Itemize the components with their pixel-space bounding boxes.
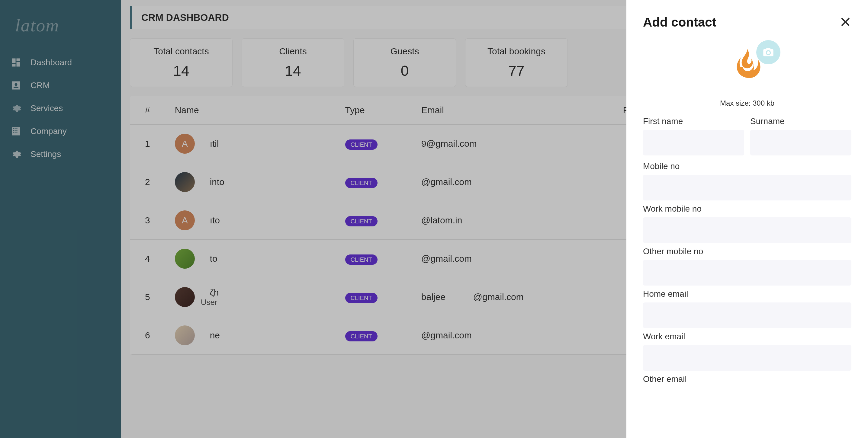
sidebar-item-company[interactable]: Company <box>0 120 121 143</box>
home-email-input[interactable] <box>643 302 851 328</box>
stat-label: Total bookings <box>476 46 557 57</box>
type-badge: CLIENT <box>345 216 377 226</box>
row-name: ζh <box>201 288 219 298</box>
row-email: baljee @gmail.com <box>415 278 617 316</box>
dashboard-icon <box>10 57 22 68</box>
nav-list: Dashboard CRM Services Company <box>0 51 121 166</box>
row-name: to <box>201 254 217 264</box>
row-number: 5 <box>130 278 169 316</box>
type-badge: CLIENT <box>345 255 377 265</box>
avatar: A <box>175 134 195 154</box>
avatar <box>175 172 195 192</box>
name-cell: A ıto <box>175 210 333 230</box>
camera-badge[interactable] <box>756 40 780 64</box>
nav-label: Settings <box>31 149 61 159</box>
type-badge: CLIENT <box>345 293 377 303</box>
mobile-no-label: Mobile no <box>643 162 851 171</box>
col-email[interactable]: Email <box>415 96 617 125</box>
stat-guests: Guests 0 <box>353 38 456 87</box>
sidebar: latom Dashboard CRM Services <box>0 0 121 438</box>
col-type[interactable]: Type <box>339 96 415 125</box>
name-cell: into <box>175 172 333 192</box>
mobile-no-group: Mobile no <box>643 162 851 200</box>
other-mobile-input[interactable] <box>643 260 851 285</box>
other-mobile-label: Other mobile no <box>643 247 851 256</box>
gears-icon <box>10 103 22 114</box>
first-name-group: First name <box>643 116 744 156</box>
stat-label: Guests <box>364 46 445 57</box>
work-email-input[interactable] <box>643 345 851 371</box>
first-name-label: First name <box>643 116 744 126</box>
nav-label: Services <box>31 104 63 113</box>
surname-label: Surname <box>750 116 851 126</box>
name-cell: to <box>175 249 333 269</box>
close-icon[interactable]: ✕ <box>839 15 851 30</box>
camera-icon <box>762 46 774 58</box>
row-name: into <box>201 177 224 187</box>
row-name: ıto <box>201 215 220 226</box>
row-email: 9@gmail.com <box>415 125 617 163</box>
row-number: 1 <box>130 125 169 163</box>
work-email-group: Work email <box>643 332 851 371</box>
stat-clients: Clients 14 <box>242 38 344 87</box>
avatar-upload-section: Max size: 300 kb <box>643 45 851 107</box>
sidebar-item-settings[interactable]: Settings <box>0 143 121 166</box>
col-name[interactable]: Name <box>169 96 339 125</box>
row-name: ne <box>201 330 220 340</box>
max-size-label: Max size: 300 kb <box>643 99 851 107</box>
home-email-group: Home email <box>643 289 851 328</box>
avatar <box>175 287 195 307</box>
row-subtext: User <box>201 298 219 307</box>
col-number[interactable]: # <box>130 96 169 125</box>
avatar <box>175 326 195 345</box>
stat-value: 0 <box>364 63 445 79</box>
name-cell: A ıtil <box>175 134 333 154</box>
surname-group: Surname <box>750 116 851 156</box>
work-mobile-input[interactable] <box>643 217 851 243</box>
account-box-icon <box>10 80 22 91</box>
stat-total-bookings: Total bookings 77 <box>465 38 568 87</box>
other-email-group: Other email <box>643 374 851 384</box>
sidebar-item-dashboard[interactable]: Dashboard <box>0 51 121 74</box>
stat-label: Clients <box>252 46 334 57</box>
name-cell: ne <box>175 326 333 345</box>
name-cell: ζh User <box>175 287 333 307</box>
add-contact-drawer: Add contact ✕ Max size: 300 kb First nam… <box>626 0 868 438</box>
avatar-placeholder[interactable] <box>726 45 768 87</box>
stat-value: 14 <box>252 63 334 79</box>
row-email: @gmail.com <box>415 163 617 201</box>
mobile-no-input[interactable] <box>643 175 851 200</box>
row-number: 6 <box>130 316 169 355</box>
nav-label: Dashboard <box>31 58 72 67</box>
type-badge: CLIENT <box>345 331 377 341</box>
logo: latom <box>0 6 121 51</box>
sidebar-item-services[interactable]: Services <box>0 97 121 120</box>
row-email: @gmail.com <box>415 316 617 355</box>
home-email-label: Home email <box>643 289 851 299</box>
stat-total-contacts: Total contacts 14 <box>130 38 232 87</box>
row-email: @gmail.com <box>415 240 617 278</box>
stat-label: Total contacts <box>141 46 222 57</box>
work-email-label: Work email <box>643 332 851 341</box>
gear-icon <box>10 149 22 160</box>
drawer-header: Add contact ✕ <box>643 15 851 30</box>
type-badge: CLIENT <box>345 178 377 188</box>
avatar <box>175 249 195 269</box>
row-name: ıtil <box>201 139 219 149</box>
business-icon <box>10 126 22 137</box>
work-mobile-group: Work mobile no <box>643 204 851 243</box>
row-email: @latom.in <box>415 201 617 240</box>
logo-text: latom <box>15 15 106 36</box>
first-name-input[interactable] <box>643 130 744 156</box>
type-badge: CLIENT <box>345 139 377 150</box>
other-mobile-group: Other mobile no <box>643 247 851 285</box>
avatar: A <box>175 210 195 230</box>
surname-input[interactable] <box>750 130 851 156</box>
nav-label: CRM <box>31 80 50 90</box>
row-number: 2 <box>130 163 169 201</box>
other-email-label: Other email <box>643 374 851 384</box>
sidebar-item-crm[interactable]: CRM <box>0 74 121 97</box>
nav-label: Company <box>31 127 67 136</box>
work-mobile-label: Work mobile no <box>643 204 851 214</box>
row-number: 4 <box>130 240 169 278</box>
